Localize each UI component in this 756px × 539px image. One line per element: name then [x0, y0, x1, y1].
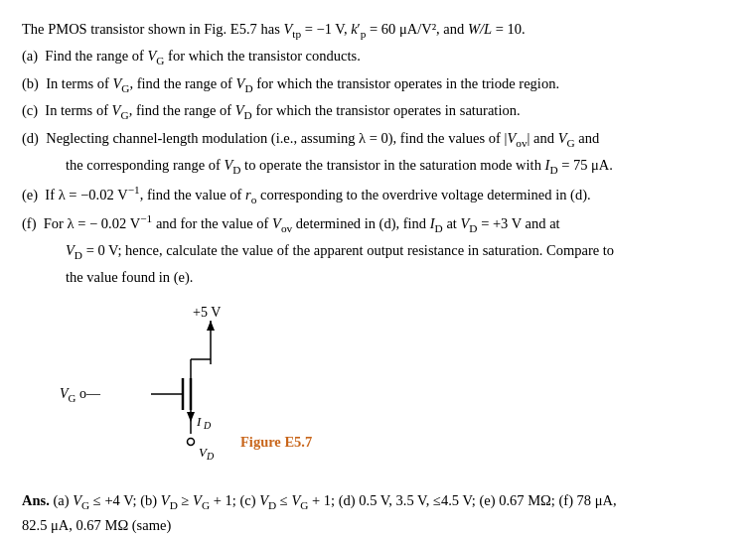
svg-marker-1	[207, 321, 215, 331]
part-d-cont: the corresponding range of VD to operate…	[22, 154, 734, 179]
figure-caption: Figure E5.7	[240, 434, 312, 451]
part-d: (d) Neglecting channel-length modulation…	[22, 127, 734, 152]
answer-line2: 82.5 μA, 0.67 MΩ (same)	[22, 514, 734, 536]
part-a: (a) Find the range of VG for which the t…	[22, 45, 734, 69]
problem-text: The PMOS transistor shown in Fig. E5.7 h…	[22, 18, 734, 289]
answer-section: Ans. (a) VG ≤ +4 V; (b) VD ≥ VG + 1; (c)…	[22, 489, 734, 537]
part-f-3: the value found in (e).	[22, 266, 734, 288]
part-e: (e) If λ = −0.02 V−1, find the value of …	[22, 182, 734, 208]
svg-marker-9	[187, 412, 195, 422]
part-f-1: (f) For λ = − 0.02 V−1 and for the value…	[22, 210, 734, 237]
part-b: (b) In terms of VG, find the range of VD…	[22, 72, 734, 97]
circuit-figure: +5 V VG o—	[111, 305, 350, 473]
answer-line1: Ans. (a) VG ≤ +4 V; (b) VD ≥ VG + 1; (c)…	[22, 489, 734, 514]
svg-point-12	[188, 438, 195, 445]
intro-line: The PMOS transistor shown in Fig. E5.7 h…	[22, 18, 734, 43]
circuit-svg: I D V D	[111, 305, 350, 473]
part-c: (c) In terms of VG, find the range of VD…	[22, 99, 734, 124]
svg-text:I: I	[196, 414, 202, 429]
vg-label: VG o—	[60, 386, 100, 404]
part-f-2: VD = 0 V; hence, calculate the value of …	[22, 239, 734, 264]
svg-text:D: D	[203, 420, 212, 431]
svg-text:D: D	[206, 451, 215, 462]
